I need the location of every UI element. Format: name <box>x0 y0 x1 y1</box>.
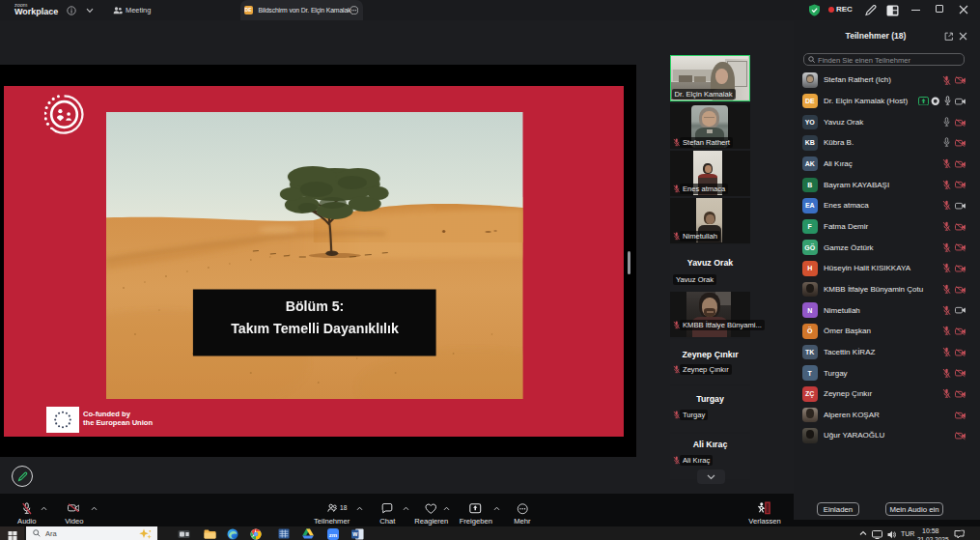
svg-text:w: w <box>351 530 358 537</box>
svg-text:zm: zm <box>329 531 337 537</box>
